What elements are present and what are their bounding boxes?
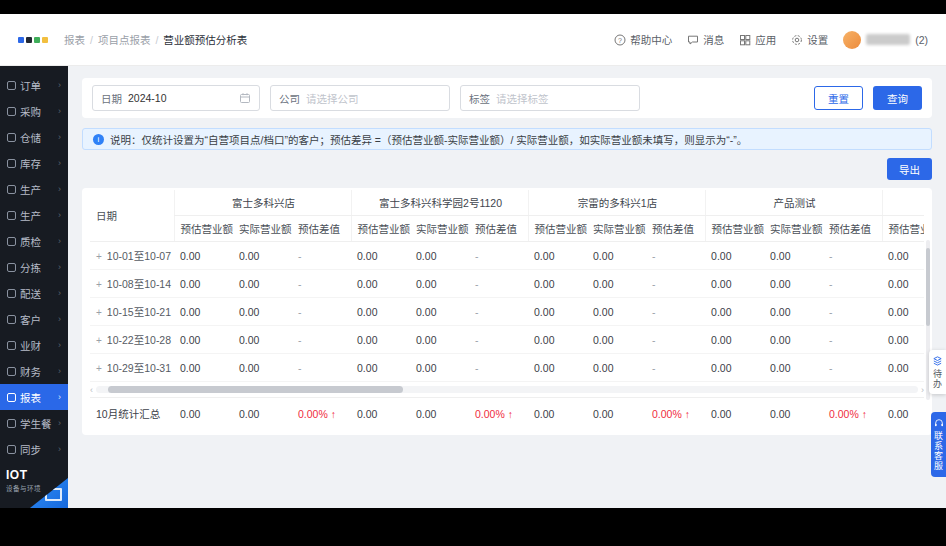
col-sub: 预估差值 [646, 216, 705, 242]
table-row: +10-22至10-280.000.00-0.000.00-0.000.00-0… [90, 326, 924, 354]
menu-icon [7, 133, 16, 142]
sidebar-item-12[interactable]: 报表› [0, 384, 68, 410]
menu-icon [7, 367, 16, 376]
sidebar-item-5[interactable]: 生产› [0, 202, 68, 228]
sidebar-item-3[interactable]: 库存› [0, 150, 68, 176]
horizontal-scrollbar-track[interactable] [96, 386, 918, 393]
customer-service-float-button[interactable]: 联系客服 [931, 412, 946, 477]
horizontal-scrollbar-thumb[interactable] [108, 386, 403, 393]
scroll-left-icon[interactable]: ‹ [90, 385, 93, 395]
sidebar-item-11[interactable]: 财务› [0, 358, 68, 384]
chevron-right-icon: › [58, 132, 61, 142]
todo-float-button[interactable]: 待办 [929, 350, 946, 394]
sidebar-item-9[interactable]: 客户› [0, 306, 68, 332]
chevron-right-icon: › [58, 262, 61, 272]
sidebar-item-7[interactable]: 分拣› [0, 254, 68, 280]
sidebar-item-1[interactable]: 采购› [0, 98, 68, 124]
cell-value: 0.00 [882, 242, 924, 270]
cell-value: 0.00 [882, 298, 924, 326]
cell-value: 0.00 [233, 242, 292, 270]
menu-icon [7, 393, 16, 402]
col-sub: 预估差值 [292, 216, 351, 242]
export-button[interactable]: 导出 [887, 158, 932, 180]
cell-value: - [823, 298, 882, 326]
chevron-right-icon: › [58, 158, 61, 168]
help-center-button[interactable]: ? 帮助中心 [614, 32, 672, 47]
cell-value: 0.00 [233, 326, 292, 354]
cell-value: 0.00 [705, 242, 764, 270]
todo-label: 待办 [931, 369, 944, 389]
info-icon: i [93, 134, 104, 145]
sidebar-item-10[interactable]: 业财› [0, 332, 68, 358]
cell-value: 0.00 [528, 298, 587, 326]
sidebar-item-2[interactable]: 仓储› [0, 124, 68, 150]
col-group: 产品测试 [705, 190, 882, 216]
search-button[interactable]: 查询 [873, 86, 922, 110]
app-window: 报表 / 项目点报表 / 营业额预估分析表 ? 帮助中心 消息 应用 [0, 14, 946, 508]
col-sub: 预估营业额 [174, 216, 233, 242]
app-body: 订单›采购›仓储›库存›生产›生产›质检›分拣›配送›客户›业财›财务›报表›学… [0, 66, 946, 508]
col-sub: 预估差值 [469, 216, 528, 242]
cell-value: - [646, 270, 705, 298]
cell-value: 0.00 [351, 242, 410, 270]
sidebar-item-14[interactable]: 同步› [0, 436, 68, 462]
user-menu[interactable]: (2) [843, 31, 928, 49]
cell-value: 0.00 [233, 354, 292, 382]
sidebar-item-8[interactable]: 配送› [0, 280, 68, 306]
sidebar-item-label: 分拣 [20, 260, 41, 275]
col-group-partial [882, 190, 924, 216]
sidebar-item-label: 财务 [20, 364, 41, 379]
cell-value: - [823, 242, 882, 270]
expand-icon[interactable]: + [96, 279, 102, 290]
sidebar-item-0[interactable]: 订单› [0, 72, 68, 98]
cell-value: 0.00 [764, 242, 823, 270]
sidebar-item-label: 生产 [20, 208, 41, 223]
cell-value: 0.00 [528, 270, 587, 298]
summary-table: 10月统计汇总0.000.000.00% ↑0.000.000.00% ↑0.0… [90, 397, 924, 429]
cell-value: - [469, 298, 528, 326]
cell-value: 0.00 [410, 298, 469, 326]
breadcrumb-item[interactable]: 项目点报表 [98, 32, 151, 47]
filter-bar: 日期 2024-10 公司 请选择公司 标签 请选择标签 重置 查询 [82, 78, 932, 118]
company-filter[interactable]: 公司 请选择公司 [270, 85, 450, 111]
sidebar-item-13[interactable]: 学生餐› [0, 410, 68, 436]
cell-value: - [646, 354, 705, 382]
settings-label: 设置 [807, 32, 828, 47]
messages-button[interactable]: 消息 [687, 32, 724, 47]
settings-button[interactable]: 设置 [791, 32, 828, 47]
expand-icon[interactable]: + [96, 307, 102, 318]
expand-icon[interactable]: + [96, 251, 102, 262]
page-title: 营业额预估分析表 [163, 32, 247, 47]
col-sub: 预估营业额 [351, 216, 410, 242]
reset-button[interactable]: 重置 [814, 86, 863, 110]
cell-value: 0.00 [410, 326, 469, 354]
sidebar-item-6[interactable]: 质检› [0, 228, 68, 254]
user-name-blurred [866, 34, 910, 45]
sidebar-item-label: 质检 [20, 234, 41, 249]
summary-value: 0.00% ↑ [646, 398, 705, 430]
expand-icon[interactable]: + [96, 363, 102, 374]
cell-value: 0.00 [587, 326, 646, 354]
date-filter[interactable]: 日期 2024-10 [92, 85, 260, 111]
brand-logo [18, 37, 48, 43]
menu-icon [7, 263, 16, 272]
cell-value: - [292, 270, 351, 298]
summary-row: 10月统计汇总0.000.000.00% ↑0.000.000.00% ↑0.0… [90, 398, 924, 430]
expand-icon[interactable]: + [96, 335, 102, 346]
cell-value: 0.00 [174, 326, 233, 354]
cell-value: 0.00 [587, 354, 646, 382]
tag-filter[interactable]: 标签 请选择标签 [460, 85, 640, 111]
cell-value: - [646, 242, 705, 270]
breadcrumb-item[interactable]: 报表 [64, 32, 85, 47]
summary-value: 0.00 [705, 398, 764, 430]
apps-button[interactable]: 应用 [739, 32, 776, 47]
cell-value: - [823, 326, 882, 354]
chevron-right-icon: › [58, 444, 61, 454]
chevron-right-icon: › [58, 340, 61, 350]
top-bar: 报表 / 项目点报表 / 营业额预估分析表 ? 帮助中心 消息 应用 [0, 14, 946, 66]
summary-value: 0.00 [233, 398, 292, 430]
scroll-right-icon[interactable]: › [921, 385, 924, 395]
sidebar-item-4[interactable]: 生产› [0, 176, 68, 202]
customer-service-label: 联系客服 [932, 431, 945, 471]
cell-value: 0.00 [587, 270, 646, 298]
